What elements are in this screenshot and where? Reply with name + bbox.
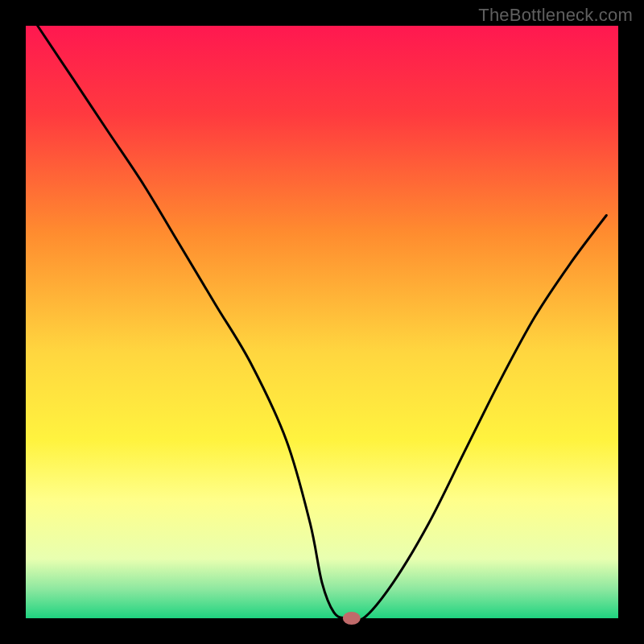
plot-background: [26, 26, 618, 618]
optimal-marker: [343, 612, 361, 625]
watermark-label: TheBottleneck.com: [478, 5, 633, 26]
chart-container: TheBottleneck.com: [0, 0, 644, 644]
bottleneck-chart: [0, 0, 644, 644]
